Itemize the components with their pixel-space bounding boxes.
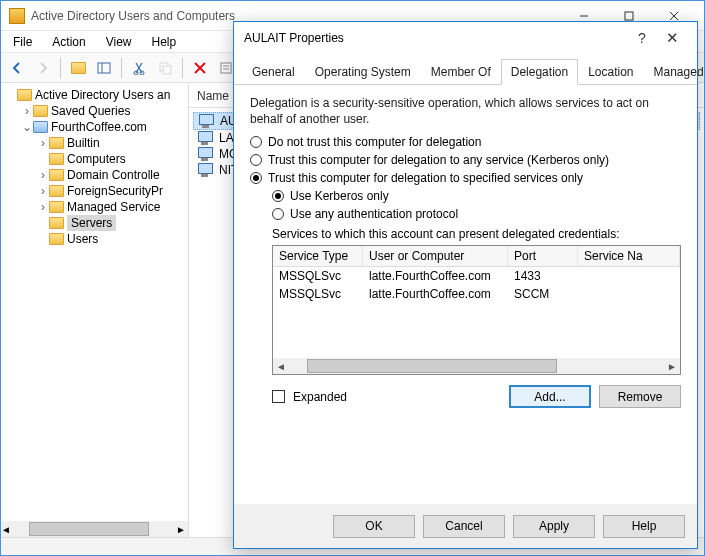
tree-domain[interactable]: ⌄FourthCoffee.com	[21, 119, 186, 135]
apply-button[interactable]: Apply	[513, 515, 595, 538]
folder-icon	[49, 185, 64, 197]
svg-rect-1	[625, 12, 633, 20]
tree-root[interactable]: Active Directory Users an	[5, 87, 186, 103]
table-row[interactable]: MSSQLSvc latte.FourthCoffee.com 1433	[273, 267, 680, 285]
dialog-title: AULAIT Properties	[244, 31, 627, 45]
tree-saved-queries[interactable]: ›Saved Queries	[21, 103, 186, 119]
tab-managed-by[interactable]: Managed By	[644, 59, 705, 85]
tree-msa[interactable]: ›Managed Service	[37, 199, 186, 215]
radio-any-auth[interactable]: Use any authentication protocol	[272, 207, 681, 221]
tree-domain-controllers[interactable]: ›Domain Controlle	[37, 167, 186, 183]
table-row[interactable]: MSSQLSvc latte.FourthCoffee.com SCCM	[273, 285, 680, 303]
folder-icon	[49, 233, 64, 245]
services-table: Service Type User or Computer Port Servi…	[272, 245, 681, 375]
svg-rect-4	[98, 63, 110, 73]
dialog-titlebar: AULAIT Properties ? ✕	[234, 22, 697, 54]
folder-icon	[49, 201, 64, 213]
domain-icon	[33, 121, 48, 133]
copy-button[interactable]	[153, 56, 177, 80]
ok-button[interactable]: OK	[333, 515, 415, 538]
properties-dialog: AULAIT Properties ? ✕ General Operating …	[233, 21, 698, 549]
radio-no-trust[interactable]: Do not trust this computer for delegatio…	[250, 135, 681, 149]
delete-button[interactable]	[188, 56, 212, 80]
tree-servers[interactable]: Servers	[37, 215, 186, 231]
tab-member-of[interactable]: Member Of	[421, 59, 501, 85]
tab-operating-system[interactable]: Operating System	[305, 59, 421, 85]
tabstrip: General Operating System Member Of Deleg…	[234, 58, 697, 85]
main-window: Active Directory Users and Computers Fil…	[0, 0, 705, 556]
help-button[interactable]: Help	[603, 515, 685, 538]
radio-kerberos-only[interactable]: Use Kerberos only	[272, 189, 681, 203]
radio-icon	[272, 208, 284, 220]
menu-action[interactable]: Action	[44, 33, 93, 51]
computer-icon	[197, 147, 213, 161]
col-service-name[interactable]: Service Na	[578, 246, 680, 266]
table-horizontal-scrollbar[interactable]: ◄►	[273, 358, 680, 374]
col-port[interactable]: Port	[508, 246, 578, 266]
tree-builtin[interactable]: ›Builtin	[37, 135, 186, 151]
tab-general[interactable]: General	[242, 59, 305, 85]
up-level-button[interactable]	[66, 56, 90, 80]
app-icon	[9, 8, 25, 24]
show-hide-pane-button[interactable]	[92, 56, 116, 80]
folder-icon	[49, 153, 64, 165]
col-service-type[interactable]: Service Type	[273, 246, 363, 266]
dialog-close-button[interactable]: ✕	[657, 29, 687, 47]
radio-any-service[interactable]: Trust this computer for delegation to an…	[250, 153, 681, 167]
menu-view[interactable]: View	[98, 33, 140, 51]
computer-icon	[198, 114, 214, 128]
radio-specified[interactable]: Trust this computer for delegation to sp…	[250, 171, 681, 185]
aduc-icon	[17, 89, 32, 101]
expanded-label: Expanded	[293, 390, 347, 404]
cancel-button[interactable]: Cancel	[423, 515, 505, 538]
menu-file[interactable]: File	[5, 33, 40, 51]
tab-location[interactable]: Location	[578, 59, 643, 85]
menu-help[interactable]: Help	[144, 33, 185, 51]
add-button[interactable]: Add...	[509, 385, 591, 408]
tree-horizontal-scrollbar[interactable]: ◄►	[1, 521, 188, 537]
services-table-label: Services to which this account can prese…	[272, 227, 681, 241]
remove-button[interactable]: Remove	[599, 385, 681, 408]
radio-icon	[250, 154, 262, 166]
expanded-checkbox[interactable]	[272, 390, 285, 403]
svg-rect-9	[163, 66, 171, 74]
folder-icon	[33, 105, 48, 117]
cut-button[interactable]	[127, 56, 151, 80]
folder-icon	[49, 137, 64, 149]
computer-icon	[197, 131, 213, 145]
delegation-info-text: Delegation is a security-sensitive opera…	[250, 95, 681, 127]
tree-computers[interactable]: Computers	[37, 151, 186, 167]
computer-icon	[197, 163, 213, 177]
col-user-or-computer[interactable]: User or Computer	[363, 246, 508, 266]
radio-icon	[272, 190, 284, 202]
tree-users[interactable]: Users	[37, 231, 186, 247]
svg-rect-12	[221, 63, 231, 73]
folder-icon	[49, 217, 64, 229]
radio-icon	[250, 172, 262, 184]
dialog-help-button[interactable]: ?	[627, 30, 657, 46]
radio-icon	[250, 136, 262, 148]
forward-button[interactable]	[31, 56, 55, 80]
folder-icon	[49, 169, 64, 181]
tree-pane: Active Directory Users an ›Saved Queries…	[1, 83, 189, 537]
back-button[interactable]	[5, 56, 29, 80]
tab-delegation[interactable]: Delegation	[501, 59, 578, 85]
tree-fsp[interactable]: ›ForeignSecurityPr	[37, 183, 186, 199]
dialog-button-bar: OK Cancel Apply Help	[234, 504, 697, 548]
